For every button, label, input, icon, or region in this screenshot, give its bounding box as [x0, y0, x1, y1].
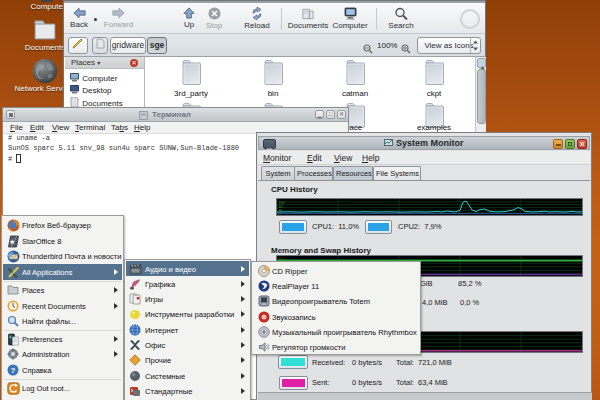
svg-text:?: ? [11, 366, 16, 375]
svg-text:0: 0 [279, 213, 281, 216]
